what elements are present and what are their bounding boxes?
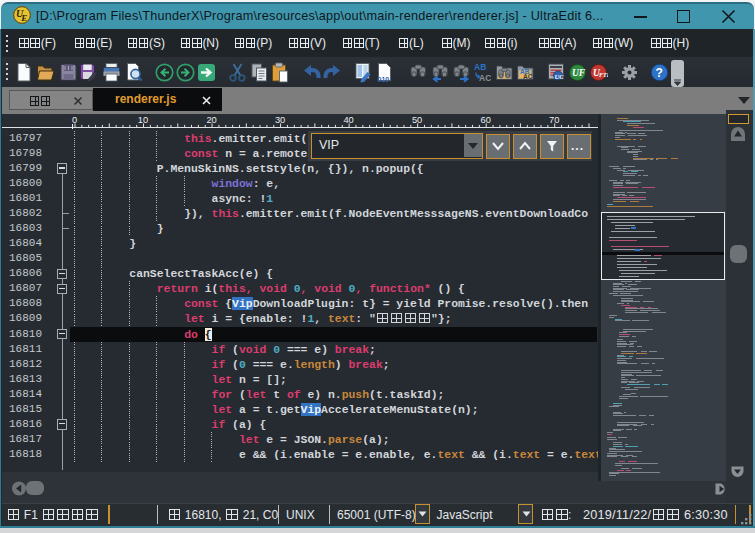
svg-text:FTP: FTP <box>599 72 608 78</box>
svg-text:?: ? <box>656 66 663 80</box>
